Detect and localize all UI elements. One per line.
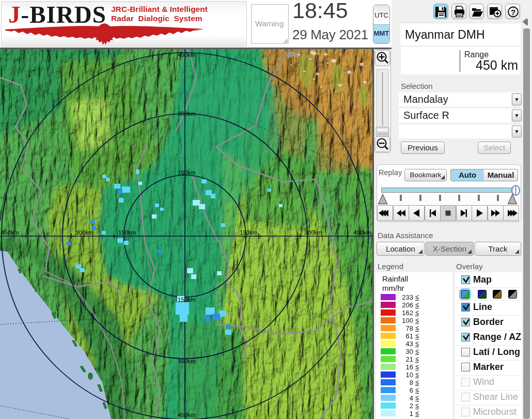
svg-text:?: ? (511, 8, 515, 17)
svg-text:300km: 300km (178, 111, 196, 117)
svg-text:150km: 150km (178, 169, 196, 176)
svg-text:300km: 300km (178, 358, 196, 364)
svg-text:300km: 300km (75, 229, 93, 236)
svg-text:300km: 300km (304, 229, 322, 236)
svg-text:150km: 150km (118, 229, 136, 236)
svg-text:450km: 450km (178, 52, 196, 58)
svg-text:450km: 450km (1, 229, 19, 236)
svg-text:150km: 150km (178, 297, 196, 303)
svg-text:450km: 450km (178, 412, 196, 418)
svg-text:150km: 150km (240, 229, 258, 236)
svg-text:450km: 450km (353, 229, 371, 236)
